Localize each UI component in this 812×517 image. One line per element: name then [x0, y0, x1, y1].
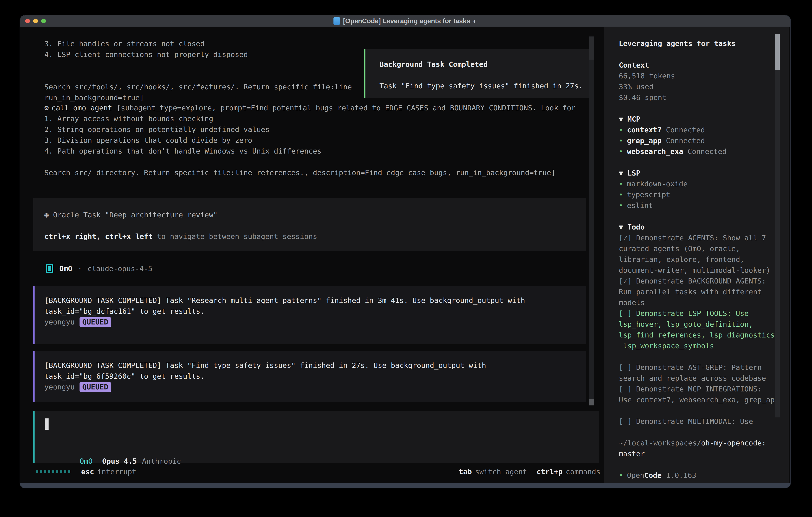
transcript-line: run_in_background=true]: [45, 92, 352, 103]
main-scrollbar[interactable]: [589, 35, 594, 405]
todo-line: [ ] Demonstrate AST-GREP: Pattern: [619, 362, 789, 373]
todo-line-active: [ ] Demonstrate LSP TOOLS: Use: [619, 308, 789, 319]
todo-line-active: lsp_workspace_symbols: [619, 341, 789, 351]
input-provider-label: Anthropic: [142, 457, 181, 465]
context-tokens: 66,518 tokens: [619, 71, 789, 81]
transcript-line: [45, 71, 352, 82]
todo-line-active: lsp_find_references, lsp_diagnostics,: [619, 330, 789, 341]
transcript-line: 3. File handles or streams not closed: [45, 38, 352, 49]
app-window: [OpenCode] Leveraging agents for tasks ◐…: [20, 16, 790, 488]
tool-line: 1. Array access without bounds checking: [45, 113, 576, 124]
tool-name: call_omo_agent: [52, 104, 112, 112]
oracle-panel: ◉ Oracle Task "Deep architecture review"…: [33, 198, 586, 251]
message-line: [BACKGROUND TASK COMPLETED] Task "Find t…: [45, 360, 586, 371]
todo-line: [✓] Demonstrate AGENTS: Show all 7: [619, 233, 789, 243]
titlebar: [OpenCode] Leveraging agents for tasks ◐: [20, 16, 790, 27]
message-meta: yeongyuQUEUED: [45, 382, 586, 392]
author: yeongyu: [45, 383, 75, 391]
status-dot-icon: •: [619, 135, 627, 146]
omo-agent-icon: [46, 264, 53, 273]
status-dot-icon: •: [619, 146, 627, 157]
todo-line: models: [619, 297, 789, 308]
todo-line: librarian, explore, frontend,: [619, 254, 789, 265]
blank-line: [45, 220, 586, 231]
lsp-item: •typescript: [619, 189, 789, 200]
scrollbar-thumb[interactable]: [775, 34, 780, 70]
window-footer: [20, 483, 790, 488]
todo-line-active: lsp_hover, lsp_goto_definition,: [619, 319, 789, 330]
spinner-icon: ◐: [473, 17, 477, 25]
status-badge: QUEUED: [80, 382, 111, 392]
lsp-item: •eslint: [619, 200, 789, 211]
todo-line: search and replace across codebase: [619, 373, 789, 384]
session-title: Leveraging agents for tasks: [619, 38, 789, 49]
background-task-message: [BACKGROUND TASK COMPLETED] Task "Resear…: [33, 286, 586, 344]
message-meta: yeongyuQUEUED: [45, 317, 586, 327]
tool-call-block: ⚙call_omo_agent[subagent_type=explore, p…: [45, 103, 576, 178]
hint-text: to navigate between subagent sessions: [153, 232, 317, 241]
esc-hint: escinterrupt: [81, 466, 136, 477]
input-agent-label[interactable]: OmO: [80, 457, 92, 465]
tool-call-header: ⚙call_omo_agent[subagent_type=explore, p…: [45, 103, 576, 113]
notification-toast[interactable]: Background Task Completed Task "Find typ…: [364, 49, 592, 98]
tool-line: 4. Path operations that don't handle Win…: [45, 146, 576, 157]
context-spent: $0.46 spent: [619, 92, 789, 103]
chevron-down-icon: ▼: [619, 114, 628, 125]
mcp-heading[interactable]: ▼MCP: [619, 114, 789, 125]
version-row: •OpenCode 1.0.163: [619, 470, 789, 481]
blank-line: [45, 157, 576, 167]
status-dot-icon: •: [619, 200, 627, 211]
workspace-path: ~/local-workspaces/oh-my-opencode:: [619, 438, 789, 448]
mcp-item: •grep_app Connected: [619, 135, 789, 146]
workspace-branch: master: [619, 448, 789, 459]
sidebar-scrollbar[interactable]: [775, 34, 780, 417]
context-heading: Context: [619, 60, 789, 71]
oracle-hint: ctrl+x right, ctrl+x left to navigate be…: [45, 231, 586, 242]
agent-header: OmO · claude-opus-4-5: [46, 263, 152, 274]
input-model-label[interactable]: Opus 4.5: [102, 457, 137, 465]
gear-icon: ⚙: [45, 104, 49, 112]
todo-line: curated agents (OmO, oracle,: [619, 243, 789, 254]
status-dot-icon: •: [619, 179, 627, 189]
status-badge: QUEUED: [80, 317, 111, 327]
status-dot-icon: •: [619, 125, 627, 135]
tool-line: 2. String operations on potentially unde…: [45, 124, 576, 135]
notification-body: Task "Find type safety issues" finished …: [379, 81, 591, 91]
blank-line: [379, 70, 591, 81]
message-line: task_id="bg_dcfac161" to get results.: [45, 306, 586, 317]
prompt-input[interactable]: OmOOpus 4.5Anthropic: [33, 411, 599, 463]
background-task-message: [BACKGROUND TASK COMPLETED] Task "Find t…: [33, 351, 586, 402]
document-icon: [334, 17, 340, 25]
separator-dot: ·: [78, 265, 82, 273]
todo-line: document-writer, multimodal-looker): [619, 265, 789, 276]
window-title: [OpenCode] Leveraging agents for tasks: [343, 17, 470, 25]
agent-name: OmO: [59, 265, 72, 273]
tool-args: [subagent_type=explore, prompt=Find pote…: [116, 104, 575, 112]
key-hints: tabswitch agentctrl+pcommands: [459, 466, 601, 477]
scrollbar-thumb[interactable]: [589, 37, 594, 60]
message-line: task_id="bg_6f59260c" to get results.: [45, 371, 586, 382]
todo-line: [ ] Demonstrate MULTIMODAL: Use: [619, 416, 789, 427]
lsp-heading[interactable]: ▼LSP: [619, 168, 789, 179]
activity-dots-icon: [36, 470, 70, 473]
transcript: 3. File handles or streams not closed 4.…: [45, 38, 352, 103]
scrollbar-thumb[interactable]: [589, 399, 594, 405]
transcript-line: Search src/tools/, src/hooks/, src/featu…: [45, 82, 352, 92]
todo-line: [✓] Demonstrate BACKGROUND AGENTS:: [619, 276, 789, 287]
sidebar: Leveraging agents for tasks Context 66,5…: [604, 27, 789, 483]
status-dot-icon: •: [619, 189, 627, 200]
status-dot-icon: •: [619, 470, 627, 481]
minimize-button[interactable]: [33, 19, 38, 23]
message-line: [BACKGROUND TASK COMPLETED] Task "Resear…: [45, 295, 586, 306]
author: yeongyu: [45, 318, 75, 326]
notification-title: Background Task Completed: [379, 59, 591, 70]
mcp-item: •websearch_exa Connected: [619, 146, 789, 157]
todo-heading[interactable]: ▼Todo: [619, 222, 789, 233]
todo-line: Run parallel tasks with different: [619, 287, 789, 297]
zoom-button[interactable]: [41, 19, 46, 23]
lsp-item: •markdown-oxide: [619, 179, 789, 189]
oracle-title: ◉ Oracle Task "Deep architecture review": [45, 210, 586, 220]
window-controls: [25, 19, 46, 23]
close-button[interactable]: [25, 19, 30, 23]
fisheye-icon: ◉: [45, 211, 49, 219]
